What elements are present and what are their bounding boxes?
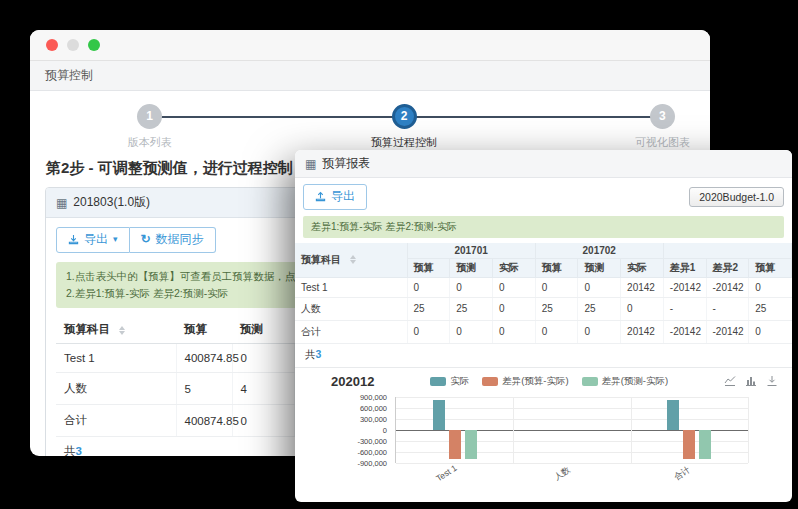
bar-Test 1-实际[interactable] bbox=[433, 400, 445, 430]
month-group-extra bbox=[663, 243, 791, 259]
chart-legend: 实际 差异(预算-实际) 差异(预测-实际) bbox=[374, 375, 724, 388]
y-tick: 300,000 bbox=[307, 414, 387, 423]
sub-header-forecast[interactable]: 预测 bbox=[450, 258, 493, 277]
name-header-label: 预算科目 bbox=[64, 323, 110, 335]
step-3-circle: 3 bbox=[650, 104, 675, 129]
legend-swatch bbox=[482, 377, 498, 386]
data-sync-label: 数据同步 bbox=[156, 232, 204, 248]
y-tick: 600,000 bbox=[307, 403, 387, 412]
bar-合计-差异(预测-实际)[interactable] bbox=[699, 430, 711, 460]
chart-title: 202012 bbox=[331, 374, 374, 389]
page-title: 预算控制 bbox=[30, 61, 710, 91]
step-2-label: 预算过程控制 bbox=[339, 135, 469, 150]
sub-header-diff1[interactable]: 差异1 bbox=[663, 258, 706, 277]
report-row[interactable]: 人数 2525 025 250 -- 25 bbox=[295, 297, 792, 320]
wizard-stepper: 1 版本列表 2 预算过程控制 3 可视化图表 bbox=[30, 101, 710, 153]
version-panel-title: 201803(1.0版) bbox=[73, 194, 150, 211]
sub-header-budget[interactable]: 预算 bbox=[407, 258, 450, 277]
y-tick: -600,000 bbox=[307, 447, 387, 456]
window-titlebar bbox=[30, 30, 710, 61]
chart-header: 202012 实际 差异(预算-实际) 差异(预测-实际) bbox=[295, 368, 792, 389]
category-band-test1[interactable] bbox=[396, 397, 513, 463]
chart-toolbox bbox=[724, 375, 778, 387]
maximize-window-icon[interactable] bbox=[88, 39, 100, 51]
category-band-renshu[interactable] bbox=[513, 397, 630, 463]
row-budget: 400874.85 bbox=[176, 344, 232, 373]
budget-report-window: ▦ 预算报表 导出 2020Budget-1.0 差异1:预算-实际 差异2:预… bbox=[295, 150, 792, 502]
step-visual-charts[interactable]: 3 可视化图表 bbox=[597, 104, 710, 150]
category-band-heji[interactable] bbox=[631, 397, 748, 463]
budget-table-name-header[interactable]: 预算科目 bbox=[56, 316, 176, 344]
report-panel-heading: ▦ 预算报表 bbox=[295, 150, 792, 178]
total-count: 3 bbox=[76, 445, 82, 456]
report-export-label: 导出 bbox=[331, 189, 355, 205]
bar-合计-差异(预算-实际)[interactable] bbox=[683, 430, 695, 460]
row-name: Test 1 bbox=[56, 344, 176, 373]
table-icon: ▦ bbox=[56, 197, 67, 209]
line-chart-icon[interactable] bbox=[724, 375, 736, 387]
step-1-circle: 1 bbox=[137, 104, 162, 129]
y-tick: -900,000 bbox=[307, 458, 387, 467]
bar-合计-实际[interactable] bbox=[667, 400, 679, 430]
step-budget-process-control[interactable]: 2 预算过程控制 bbox=[339, 104, 469, 150]
sub-header-forecast[interactable]: 预测 bbox=[578, 258, 621, 277]
row-name: 合计 bbox=[56, 405, 176, 437]
sort-icon[interactable] bbox=[350, 255, 356, 264]
bar-Test 1-差异(预测-实际)[interactable] bbox=[465, 430, 477, 460]
x-tick: 合计 bbox=[672, 464, 693, 483]
month-group-201701: 201701 bbox=[407, 243, 535, 259]
upload-icon bbox=[315, 191, 326, 202]
x-tick: 人数 bbox=[552, 464, 573, 483]
report-row[interactable]: 合计 00 00 020142 -20142-20142 0 bbox=[295, 320, 792, 343]
budget-version-select[interactable]: 2020Budget-1.0 bbox=[689, 187, 784, 207]
y-tick: 0 bbox=[307, 425, 387, 434]
legend-item-diff1[interactable]: 差异(预算-实际) bbox=[482, 375, 569, 388]
caret-down-icon: ▾ bbox=[113, 234, 118, 246]
sub-header-actual[interactable]: 实际 bbox=[621, 258, 664, 277]
sub-header-diff2[interactable]: 差异2 bbox=[706, 258, 749, 277]
step-1-label: 版本列表 bbox=[85, 135, 215, 150]
y-tick: -300,000 bbox=[307, 436, 387, 445]
desktop: { "colors": { "accent_blue": "#3795d6", … bbox=[0, 0, 798, 509]
report-row-count: 共3 bbox=[295, 344, 792, 368]
close-window-icon[interactable] bbox=[46, 39, 58, 51]
legend-swatch bbox=[582, 377, 598, 386]
y-tick: 900,000 bbox=[307, 392, 387, 401]
report-row[interactable]: Test 1 00 00 020142 -20142-20142 0 bbox=[295, 277, 792, 297]
month-group-201702: 201702 bbox=[535, 243, 663, 259]
panel-button-group: 导出 ▾ ↻ 数据同步 bbox=[56, 227, 216, 253]
row-forecast: 0 bbox=[232, 344, 294, 373]
step-2-circle: 2 bbox=[392, 104, 417, 129]
row-name: 人数 bbox=[56, 373, 176, 405]
total-count: 3 bbox=[316, 348, 322, 360]
export-dropdown-button[interactable]: 导出 ▾ bbox=[56, 227, 130, 253]
legend-item-diff2[interactable]: 差异(预测-实际) bbox=[582, 375, 669, 388]
legend-item-actual[interactable]: 实际 bbox=[430, 375, 469, 388]
plot-area: Test 1 人数 合计 bbox=[395, 397, 748, 463]
total-prefix: 共 bbox=[64, 445, 76, 456]
row-budget: 5 bbox=[176, 373, 232, 405]
table-icon: ▦ bbox=[305, 158, 316, 170]
forecast-col-header[interactable]: 预测 bbox=[232, 316, 294, 344]
legend-swatch bbox=[430, 377, 446, 386]
report-toolbar: 导出 2020Budget-1.0 bbox=[295, 178, 792, 214]
report-export-button[interactable]: 导出 bbox=[303, 184, 367, 210]
report-name-header[interactable]: 预算科目 bbox=[295, 243, 407, 278]
timeline-slider: ‹ 201701 201702 201703 201704 201705 201… bbox=[295, 497, 792, 502]
minimize-window-icon[interactable] bbox=[67, 39, 79, 51]
row-forecast: 4 bbox=[232, 373, 294, 405]
row-budget: 400874.85 bbox=[176, 405, 232, 437]
bar-Test 1-差异(预算-实际)[interactable] bbox=[449, 430, 461, 460]
sort-icon[interactable] bbox=[119, 326, 125, 335]
sub-header-budget[interactable]: 预算 bbox=[535, 258, 578, 277]
bar-chart-icon[interactable] bbox=[745, 375, 757, 387]
download-icon bbox=[68, 234, 79, 245]
sub-header-actual[interactable]: 实际 bbox=[492, 258, 535, 277]
budget-col-header[interactable]: 预算 bbox=[176, 316, 232, 344]
sub-header-budget[interactable]: 预算 bbox=[749, 258, 792, 277]
row-forecast: 0 bbox=[232, 405, 294, 437]
data-sync-button[interactable]: ↻ 数据同步 bbox=[130, 227, 216, 253]
step-version-list[interactable]: 1 版本列表 bbox=[85, 104, 215, 150]
save-image-icon[interactable] bbox=[766, 375, 778, 387]
total-prefix: 共 bbox=[305, 348, 316, 360]
